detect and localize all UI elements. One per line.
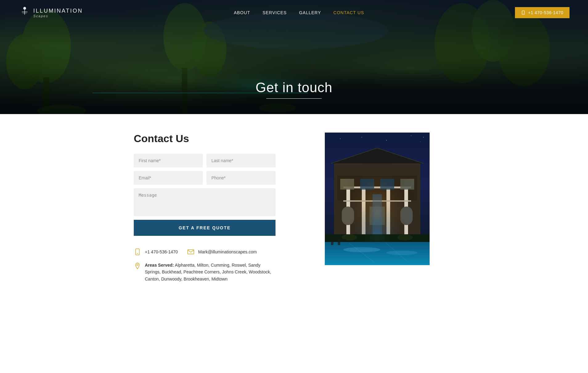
svg-point-68 xyxy=(343,247,380,252)
contact-title: Contact Us xyxy=(134,133,276,145)
email-outline-icon xyxy=(187,248,194,256)
phone-number: +1 470-536-1470 xyxy=(145,249,178,254)
logo-icon xyxy=(18,5,31,20)
svg-rect-75 xyxy=(331,240,333,245)
svg-rect-26 xyxy=(188,250,194,254)
areas-info: Areas Served: Alpharetta, Milton, Cummin… xyxy=(134,262,276,282)
phone-icon xyxy=(521,10,525,15)
nav-contact[interactable]: CONTACT US xyxy=(333,10,364,15)
nav-services[interactable]: SERVICES xyxy=(263,10,287,15)
svg-rect-72 xyxy=(328,239,346,240)
nav-gallery-link[interactable]: GALLERY xyxy=(299,10,321,15)
brand-name: ILLUMINATION xyxy=(33,8,83,14)
main-content: Contact Us GET A FREE QUOTE +1 470-536-1… xyxy=(109,114,479,301)
brand-tagline: Scapes xyxy=(33,14,83,18)
nav-contact-link[interactable]: CONTACT US xyxy=(333,10,364,15)
svg-point-74 xyxy=(339,236,341,238)
svg-rect-4 xyxy=(522,11,525,14)
phone-button-label: +1 470-536-1470 xyxy=(528,10,563,15)
form-row-name xyxy=(134,154,276,167)
hero-content: Get in touch xyxy=(255,80,332,99)
location-icon xyxy=(134,262,141,270)
hero-divider xyxy=(266,98,322,99)
phone-outline-icon xyxy=(134,248,141,256)
house-photo-container xyxy=(300,133,454,265)
svg-rect-24 xyxy=(136,249,139,255)
last-name-input[interactable] xyxy=(206,154,276,167)
svg-point-27 xyxy=(137,264,138,266)
email-address: Mark@illuminationscapes.com xyxy=(198,249,257,254)
email-info: Mark@illuminationscapes.com xyxy=(187,248,257,256)
contact-info-row-1: +1 470-536-1470 Mark@illuminationscapes.… xyxy=(134,248,276,256)
navbar: ILLUMINATION Scapes ABOUT SERVICES GALLE… xyxy=(0,0,588,25)
phone-input[interactable] xyxy=(206,171,276,185)
hero-title: Get in touch xyxy=(255,80,332,95)
svg-point-0 xyxy=(23,7,26,10)
svg-point-69 xyxy=(386,251,417,255)
phone-info: +1 470-536-1470 xyxy=(134,248,178,256)
house-photo xyxy=(325,133,430,265)
nav-services-link[interactable]: SERVICES xyxy=(263,10,287,15)
svg-rect-76 xyxy=(338,240,340,245)
areas-label: Areas Served: xyxy=(145,263,174,268)
quote-button[interactable]: GET A FREE QUOTE xyxy=(134,220,276,236)
house-illustration xyxy=(325,133,430,265)
nav-about-link[interactable]: ABOUT xyxy=(234,10,250,15)
phone-button[interactable]: +1 470-536-1470 xyxy=(515,7,570,18)
form-row-contact xyxy=(134,171,276,185)
brand-logo[interactable]: ILLUMINATION Scapes xyxy=(18,5,83,20)
first-name-input[interactable] xyxy=(134,154,203,167)
nav-links: ABOUT SERVICES GALLERY CONTACT US xyxy=(234,10,364,15)
contact-info: +1 470-536-1470 Mark@illuminationscapes.… xyxy=(134,248,276,282)
svg-point-73 xyxy=(333,236,335,238)
areas-text: Areas Served: Alpharetta, Milton, Cummin… xyxy=(145,262,276,282)
nav-gallery[interactable]: GALLERY xyxy=(299,10,321,15)
nav-about[interactable]: ABOUT xyxy=(234,10,250,15)
contact-form-section: Contact Us GET A FREE QUOTE +1 470-536-1… xyxy=(134,133,276,282)
email-input[interactable] xyxy=(134,171,203,185)
message-input[interactable] xyxy=(134,188,276,216)
